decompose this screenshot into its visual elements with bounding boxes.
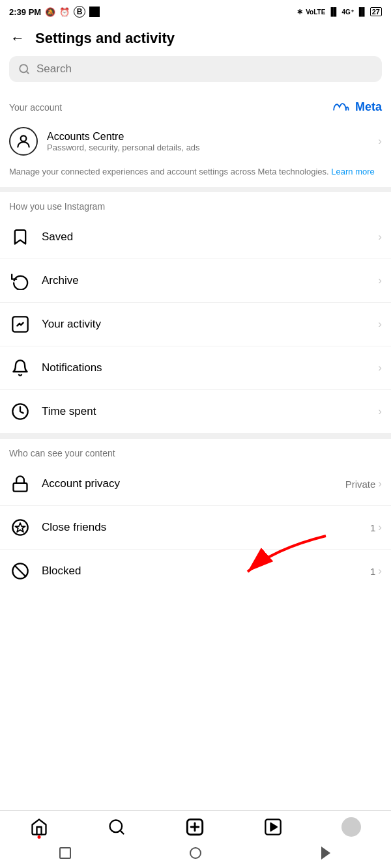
your-account-header: Your account Meta: [0, 94, 391, 119]
square-icon: [89, 7, 100, 17]
close-friends-icon: [9, 516, 31, 539]
signal2-icon: ▐▌: [356, 7, 368, 16]
meta-text: Meta: [355, 100, 382, 114]
nav-search[interactable]: [108, 818, 126, 836]
who-can-see-header: Who can see your content: [0, 439, 391, 462]
status-bar: 2:39 PM 🔕 ⏰ B ∗ VoLTE ▐▌ 4G⁺ ▐▌ 27: [0, 0, 391, 23]
android-nav: [0, 839, 391, 868]
search-icon: [18, 63, 30, 75]
account-privacy-right: Private ›: [345, 477, 382, 490]
blocked-chevron: ›: [378, 565, 382, 578]
nav-home-dot: [37, 835, 40, 839]
notifications-label: Notifications: [42, 361, 368, 374]
saved-chevron: ›: [378, 231, 382, 244]
svg-marker-17: [270, 823, 276, 831]
svg-line-1: [26, 71, 28, 73]
notifications-item[interactable]: Notifications ›: [0, 346, 391, 390]
your-account-label: Your account: [9, 102, 62, 113]
archive-icon: [9, 270, 31, 292]
time-spent-icon: [9, 400, 31, 423]
your-activity-chevron: ›: [378, 318, 382, 331]
accounts-centre-item[interactable]: Accounts Centre Password, security, pers…: [0, 119, 391, 163]
your-activity-label: Your activity: [42, 318, 368, 331]
account-privacy-label: Account privacy: [42, 477, 335, 490]
svg-marker-7: [15, 523, 25, 532]
blocked-right: 1 ›: [370, 565, 382, 578]
4g-icon: 4G⁺: [341, 8, 353, 16]
b-icon: B: [74, 6, 85, 18]
close-friends-item[interactable]: Close friends 1 ›: [0, 506, 391, 550]
accounts-centre-chevron: ›: [378, 135, 382, 148]
archive-chevron: ›: [378, 274, 382, 287]
nav-home[interactable]: [30, 818, 48, 836]
notifications-icon: [9, 357, 31, 379]
android-back-icon: [321, 847, 330, 860]
learn-more-link[interactable]: Learn more: [331, 167, 374, 176]
accounts-centre-text: Accounts Centre Password, security, pers…: [47, 131, 369, 152]
meta-note: Manage your connected experiences and ac…: [0, 163, 391, 187]
saved-label: Saved: [42, 231, 368, 244]
section-divider-2: [0, 434, 391, 439]
battery-icon: 27: [370, 7, 382, 16]
alarm-icon: ⏰: [59, 7, 70, 17]
svg-point-2: [21, 135, 27, 141]
back-button[interactable]: ←: [10, 30, 25, 47]
blocked-label: Blocked: [42, 565, 360, 578]
your-activity-icon: [9, 313, 31, 335]
account-privacy-chevron: ›: [378, 477, 382, 490]
volte-icon: VoLTE: [306, 8, 325, 16]
meta-logo: Meta: [332, 100, 382, 114]
svg-line-12: [121, 830, 124, 833]
android-back-btn[interactable]: [317, 845, 334, 861]
nav-profile[interactable]: [341, 817, 361, 837]
android-recents-icon: [59, 847, 71, 859]
archive-item[interactable]: Archive ›: [0, 259, 391, 303]
svg-point-6: [12, 520, 27, 535]
close-friends-chevron: ›: [378, 521, 382, 534]
account-privacy-item[interactable]: Account privacy Private ›: [0, 462, 391, 506]
svg-rect-5: [14, 483, 27, 492]
close-friends-value: 1: [370, 522, 375, 533]
time-spent-label: Time spent: [42, 405, 368, 418]
accounts-centre-subtitle: Password, security, personal details, ad…: [47, 143, 369, 152]
account-privacy-icon: [9, 473, 31, 495]
blocked-value: 1: [370, 566, 375, 577]
nav-add[interactable]: [186, 818, 204, 836]
close-friends-label: Close friends: [42, 521, 360, 534]
time-spent-chevron: ›: [378, 405, 382, 418]
bluetooth-icon: ∗: [297, 7, 303, 16]
section-divider-1: [0, 187, 391, 192]
page-title: Settings and activity: [35, 30, 175, 47]
saved-icon: [9, 226, 31, 248]
page-header: ← Settings and activity: [0, 23, 391, 56]
notification-mute-icon: 🔕: [45, 7, 55, 17]
account-privacy-value: Private: [345, 479, 376, 490]
notifications-chevron: ›: [378, 361, 382, 374]
your-activity-item[interactable]: Your activity ›: [0, 303, 391, 346]
archive-label: Archive: [42, 274, 368, 287]
bottom-nav: [0, 810, 391, 868]
saved-item[interactable]: Saved ›: [0, 216, 391, 259]
status-time: 2:39 PM 🔕 ⏰ B: [9, 6, 100, 18]
time-spent-item[interactable]: Time spent ›: [0, 390, 391, 434]
how-you-use-header: How you use Instagram: [0, 192, 391, 216]
accounts-centre-title: Accounts Centre: [47, 131, 369, 143]
nav-reels[interactable]: [264, 818, 282, 836]
close-friends-right: 1 ›: [370, 521, 382, 534]
blocked-item[interactable]: Blocked 1 ›: [0, 550, 391, 593]
signal-icon: ▐▌: [328, 7, 339, 16]
search-bar[interactable]: [9, 56, 382, 82]
status-indicators: ∗ VoLTE ▐▌ 4G⁺ ▐▌ 27: [297, 7, 382, 16]
profile-avatar: [341, 817, 361, 837]
android-recents-btn[interactable]: [57, 845, 74, 861]
svg-line-10: [15, 566, 25, 576]
android-home-btn[interactable]: [187, 845, 204, 861]
android-home-icon: [190, 847, 201, 859]
accounts-centre-icon: [9, 127, 38, 156]
blocked-icon: [9, 560, 31, 582]
search-input[interactable]: [36, 63, 373, 76]
